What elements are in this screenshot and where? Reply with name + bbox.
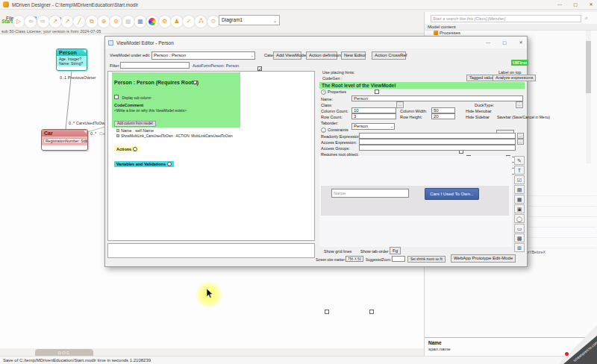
dialog-maximize-icon[interactable]: ▢ [498,40,510,46]
display-sub-column-checkbox[interactable] [114,95,119,99]
viewport-icon[interactable]: ⧉ [86,16,98,28]
class-picker-button[interactable]: … [396,101,404,108]
viewmodel-root-node[interactable]: Person : Person (Requires Root) Display … [112,72,240,128]
set-shrink-zoom-button[interactable]: Set shrink zoom so fit [407,256,446,263]
settings-gear-icon[interactable]: ⚙ [207,16,219,28]
minimize-icon[interactable]: — [554,1,566,8]
access-groups-field[interactable] [359,145,516,151]
cars-i-used-to-own-button[interactable]: Cars I Used To Own... [425,188,479,200]
filter-input[interactable] [120,62,190,69]
picture-tool-icon[interactable]: ▩ [514,233,525,242]
codegen-checkbox[interactable] [375,90,379,94]
column-count-label: Column Count: [321,109,348,113]
zoom-in-icon[interactable]: ⊕ [98,16,110,28]
sidebar-scrollbar[interactable] [586,31,591,163]
association-arrow-icon[interactable]: ↗ [61,16,73,28]
access-groups-label: Access Groups: [321,146,350,151]
chevron-down-icon: ⌄ [251,52,254,59]
snapshot-icon[interactable]: ▦ [122,16,134,28]
edit-field-icon[interactable]: ✎ [514,156,525,165]
add-column-button[interactable]: Add column from model [114,121,156,127]
row-count-field[interactable] [351,113,396,119]
dialog-close-icon[interactable]: ✕ [515,40,527,46]
checkbox-tool-icon[interactable]: ☑ [514,175,525,184]
vm-column-showmultilink[interactable]: ShowMultiLink_CarsUsedToOwn : ACTION: Mu… [121,134,233,138]
processes-icon [434,31,438,35]
suggested-zoom-field[interactable] [392,256,405,262]
nav-forward-icon[interactable]: ⇨ [37,16,49,28]
column-count-field[interactable] [351,107,396,113]
link-tool-icon[interactable]: ◯ [514,214,525,223]
vm-column-name[interactable]: Name : self.Name [121,128,154,133]
pointer-arrow-icon[interactable]: ↗ [49,16,61,28]
ducktype-picker-button[interactable]: … [516,101,523,108]
dialog-titlebar[interactable]: ViewModel Editor - Person — ▢ ✕ [105,37,527,48]
nav-back-icon[interactable]: ⇦ [25,16,37,28]
show-tab-order-checkbox[interactable] [369,310,374,314]
assoc-label-obscured: Ca [99,131,104,136]
actions-section[interactable]: Actions ⌄ [114,146,140,152]
text-label-icon[interactable]: T [514,166,525,175]
chevron-down-icon: ⌄ [273,18,277,23]
analyze-expressions-button[interactable]: Analyze expressions [493,75,536,81]
tree-item-processes[interactable]: Processes [434,31,460,35]
form-preview-surface[interactable]: Cars I Used To Own... [319,156,512,247]
person-attr-name[interactable]: Name: String? [59,61,84,66]
image-tool-icon[interactable]: ▣ [514,204,525,213]
constraints-section-header[interactable]: ⌄Constraints [321,128,348,133]
gears-icon[interactable]: ⚙ [159,16,171,28]
car-attr-registration[interactable]: RegistrationNumber: String? [43,138,86,144]
grid-tool-icon[interactable]: ▦ [514,195,525,204]
codecomment-hint[interactable]: <Write a line on why this ViewModel exis… [114,109,238,113]
collapse-icon[interactable]: ⌃ [321,90,326,95]
table-tool-icon[interactable]: ⊞ [514,243,525,252]
screen-size-field[interactable] [346,256,363,262]
readonly-expression-field[interactable] [359,133,516,139]
class-combo[interactable]: Person⌄ [351,123,395,130]
dialog-minimize-icon[interactable]: — [482,40,494,46]
show-grid-lines-checkbox[interactable] [325,310,329,314]
diagram-selector-value: Diagram1 [222,17,243,22]
mouse-cursor-icon [206,289,213,298]
row-height-field[interactable] [431,113,455,119]
action-crossref-button[interactable]: Action CrossRef [372,51,406,60]
search-input[interactable] [431,15,581,22]
column-width-field[interactable] [431,107,455,113]
frame-tool-icon[interactable]: ▭ [514,224,525,233]
diagram-grid-icon[interactable]: ▦ [134,16,146,28]
autoform-link[interactable]: AutoFormPerson: Person [193,63,239,68]
readonly-expression-picker[interactable]: … [517,133,524,139]
validate-check-icon[interactable]: ✓ [183,16,195,28]
variables-validations-section[interactable]: Variables and Validations ⌄ [114,161,174,167]
zoom-out-icon[interactable]: ⊖ [110,16,122,28]
access-expression-field[interactable] [359,139,516,145]
fg-button[interactable]: Fg [390,247,401,254]
fold-corner-icon [84,131,87,134]
combobox-tool-icon[interactable]: ▤ [514,185,525,194]
properties-section-header[interactable]: ⌃Properties [321,90,346,95]
close-icon[interactable]: ✕ [585,1,597,8]
action-definitions-button[interactable]: Action definitions [306,51,337,60]
viewmodel-tree-pane[interactable]: Person : Person (Requires Root) Display … [107,71,315,241]
new-editor-button[interactable]: New Editor [341,51,366,60]
add-viewmodel-button[interactable]: Add ViewModel [273,51,301,60]
search-icon[interactable]: ⌕ [585,15,588,21]
graph-nodes-icon[interactable]: ⁂ [195,16,207,28]
run-icon[interactable]: ▷ [13,16,25,28]
scrollbar-thumb[interactable] [586,41,591,93]
viewmodel-combo[interactable]: Person : Person⌄ [151,51,255,60]
maximize-icon[interactable]: ▢ [569,1,581,8]
expand-icon[interactable]: ⌄ [321,128,326,133]
user-icon[interactable]: ♟ [171,16,183,28]
requires-root-inline-checkbox[interactable] [193,81,197,84]
access-expression-picker[interactable]: … [517,139,524,145]
line-tool-icon[interactable]: ╱ [73,16,85,28]
preview-name-input[interactable] [331,189,409,198]
class-person[interactable]: Person Age: Integer? Name: String? [56,48,87,71]
class-car[interactable]: Car RegistrationNumber: String? [41,129,88,151]
color-wheel-icon[interactable] [146,16,158,28]
diagram-selector[interactable]: Diagram1 ⌄ [219,15,280,25]
webapp-prototype-button[interactable]: WebApp Prototype Edit-Mode [451,254,516,263]
column-type-icon [116,129,119,132]
name-field[interactable] [351,95,523,101]
